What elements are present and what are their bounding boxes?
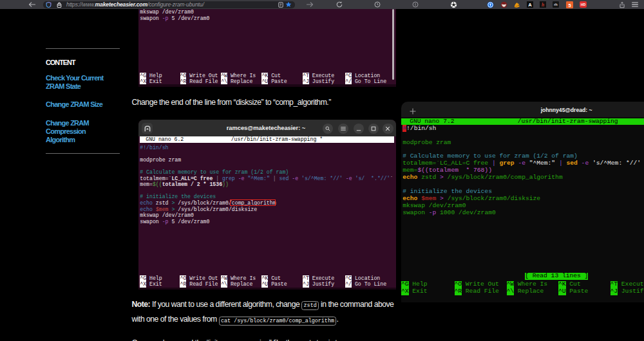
svg-text:5: 5 [568, 2, 571, 8]
svg-text:h: h [542, 2, 544, 8]
svg-text:rh: rh [554, 3, 558, 6]
svg-text:HD: HD [581, 3, 586, 6]
svg-text:A: A [528, 2, 532, 8]
